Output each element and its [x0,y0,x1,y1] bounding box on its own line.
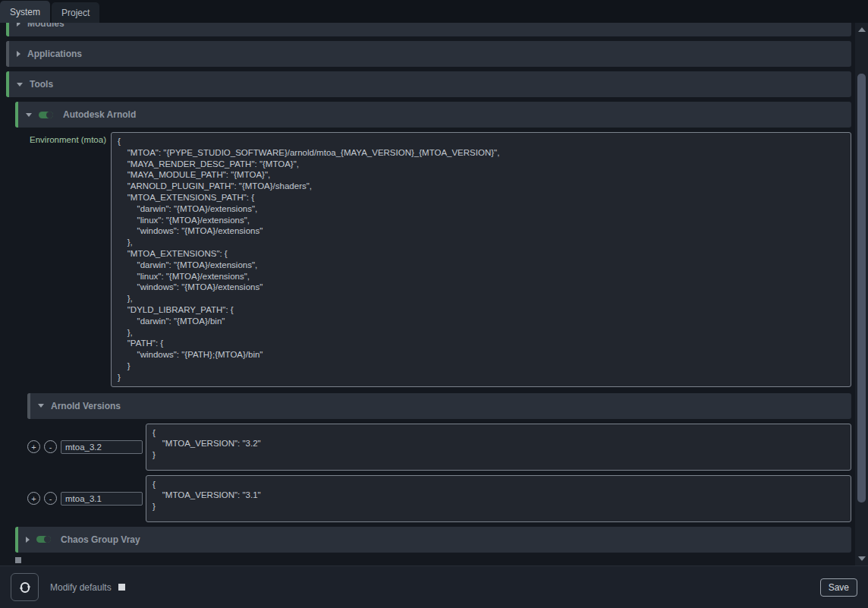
tab-project-label: Project [61,8,90,18]
environment-json-editor[interactable]: { "MTOA": "{PYPE_STUDIO_SOFTWARE}/arnold… [111,132,851,387]
chevron-right-icon [17,51,20,57]
scroll-up-button[interactable] [855,24,868,35]
modify-defaults-label: Modify defaults [50,582,112,593]
modules-state-bar [6,23,9,36]
arrow-up-icon [858,27,866,32]
section-header-modules[interactable]: Modules [6,23,851,36]
section-header-applications[interactable]: Applications [6,41,851,67]
version-json-editor[interactable]: { "MTOA_VERSION": "3.1" } [146,475,851,522]
chevron-down-icon [38,404,44,408]
tab-bar: System Project [0,0,868,23]
section-label-arnold-versions: Arnold Versions [51,401,121,411]
applications-state-bar [6,41,9,67]
refresh-icon [18,581,32,594]
tab-system[interactable]: System [0,1,50,23]
section-label-applications: Applications [27,49,82,59]
save-button[interactable]: Save [820,578,857,597]
modify-defaults-checkbox[interactable] [118,584,125,591]
chevron-down-icon [17,83,23,87]
version-json-editor[interactable]: { "MTOA_VERSION": "3.2" } [146,424,851,471]
section-header-arnold-versions[interactable]: Arnold Versions [27,393,851,419]
arnold-environment-row: Environment (mtoa) { "MTOA": "{PYPE_STUD… [15,132,851,387]
remove-version-button[interactable]: - [44,440,57,453]
environment-mtoa-label: Environment (mtoa) [15,132,111,144]
section-label-autodesk-arnold: Autodesk Arnold [63,109,136,120]
vray-enabled-toggle[interactable] [36,536,51,543]
section-label-tools: Tools [30,79,53,90]
arrow-down-icon [858,556,866,561]
vertical-scrollbar[interactable] [855,23,868,565]
chevron-right-icon [17,23,20,27]
arnold-version-row: + - { "MTOA_VERSION": "3.1" } [27,475,851,522]
footer-bar: Modify defaults Save [0,565,868,608]
section-header-autodesk-arnold[interactable]: Autodesk Arnold [15,102,851,128]
refresh-button[interactable] [11,573,39,601]
chevron-down-icon [26,113,32,117]
add-version-button[interactable]: + [27,492,40,505]
section-header-tools[interactable]: Tools [6,71,851,97]
version-key-input[interactable] [61,440,143,454]
section-label-chaos-group-vray: Chaos Group Vray [61,534,140,545]
scrollbar-thumb[interactable] [857,74,866,502]
tab-project[interactable]: Project [52,2,99,23]
section-label-modules: Modules [27,23,64,29]
remove-version-button[interactable]: - [44,492,57,505]
arnold-enabled-toggle[interactable] [39,112,53,118]
clipped-next-section [15,557,21,563]
settings-scroll-area: Modules Applications Tools Autodesk Arno… [0,23,855,565]
tab-system-label: System [10,7,40,17]
section-header-chaos-group-vray[interactable]: Chaos Group Vray [15,527,851,553]
version-key-input[interactable] [61,492,143,506]
tools-state-bar [6,71,9,97]
vray-state-bar [15,527,18,553]
arnold-state-bar [15,102,18,128]
arnold-version-row: + - { "MTOA_VERSION": "3.2" } [27,424,851,471]
scroll-down-button[interactable] [855,553,868,564]
add-version-button[interactable]: + [27,440,40,453]
chevron-right-icon [26,537,30,543]
arnold-versions-state-bar [27,393,30,419]
